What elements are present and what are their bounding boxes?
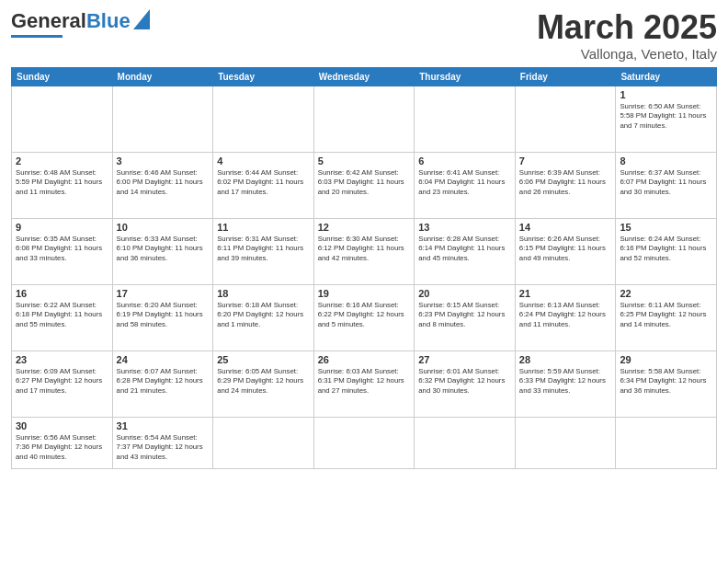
- table-cell: 2Sunrise: 6:48 AM Sunset: 5:59 PM Daylig…: [12, 152, 113, 218]
- table-cell: 20Sunrise: 6:15 AM Sunset: 6:23 PM Dayli…: [415, 284, 516, 350]
- table-cell: [415, 86, 516, 152]
- day-info: Sunrise: 6:31 AM Sunset: 6:11 PM Dayligh…: [217, 235, 310, 264]
- header: General Blue March 2025 Vallonga, Veneto…: [11, 9, 717, 62]
- table-cell: [515, 417, 616, 468]
- day-info: Sunrise: 6:42 AM Sunset: 6:03 PM Dayligh…: [318, 168, 411, 198]
- header-friday: Friday: [515, 67, 616, 86]
- table-cell: [515, 86, 616, 152]
- day-info: Sunrise: 6:26 AM Sunset: 6:15 PM Dayligh…: [519, 235, 612, 264]
- day-info: Sunrise: 6:41 AM Sunset: 6:04 PM Dayligh…: [418, 168, 511, 198]
- header-wednesday: Wednesday: [313, 67, 415, 86]
- table-cell: 21Sunrise: 6:13 AM Sunset: 6:24 PM Dayli…: [515, 284, 616, 350]
- day-info: Sunrise: 5:59 AM Sunset: 6:33 PM Dayligh…: [519, 367, 612, 396]
- month-title: March 2025: [537, 9, 717, 46]
- day-number: 5: [318, 155, 411, 167]
- table-cell: 19Sunrise: 6:16 AM Sunset: 6:22 PM Dayli…: [313, 284, 415, 350]
- day-number: 19: [318, 288, 411, 299]
- day-info: Sunrise: 6:44 AM Sunset: 6:02 PM Dayligh…: [217, 168, 310, 198]
- table-cell: [313, 417, 415, 468]
- table-cell: 9Sunrise: 6:35 AM Sunset: 6:08 PM Daylig…: [12, 218, 113, 284]
- day-info: Sunrise: 6:22 AM Sunset: 6:18 PM Dayligh…: [16, 301, 108, 330]
- day-info: Sunrise: 6:46 AM Sunset: 6:00 PM Dayligh…: [117, 168, 210, 198]
- day-number: 14: [519, 222, 612, 233]
- table-cell: 23Sunrise: 6:09 AM Sunset: 6:27 PM Dayli…: [12, 350, 113, 417]
- day-number: 27: [418, 354, 511, 365]
- header-sunday: Sunday: [12, 67, 113, 86]
- table-cell: 13Sunrise: 6:28 AM Sunset: 6:14 PM Dayli…: [415, 218, 516, 284]
- day-number: 13: [418, 222, 511, 233]
- table-cell: 3Sunrise: 6:46 AM Sunset: 6:00 PM Daylig…: [112, 152, 213, 218]
- header-monday: Monday: [112, 67, 213, 86]
- day-number: 10: [117, 222, 210, 233]
- day-number: 22: [620, 288, 712, 299]
- day-info: Sunrise: 5:58 AM Sunset: 6:34 PM Dayligh…: [620, 367, 712, 396]
- logo-underline: [11, 35, 63, 38]
- day-number: 12: [318, 222, 411, 233]
- day-info: Sunrise: 6:20 AM Sunset: 6:19 PM Dayligh…: [117, 301, 210, 330]
- day-info: Sunrise: 6:48 AM Sunset: 5:59 PM Dayligh…: [16, 168, 108, 198]
- table-cell: 26Sunrise: 6:03 AM Sunset: 6:31 PM Dayli…: [313, 350, 415, 417]
- location-title: Vallonga, Veneto, Italy: [537, 46, 717, 62]
- day-number: 3: [117, 155, 210, 167]
- day-info: Sunrise: 6:09 AM Sunset: 6:27 PM Dayligh…: [16, 367, 108, 396]
- day-info: Sunrise: 6:03 AM Sunset: 6:31 PM Dayligh…: [318, 367, 411, 396]
- day-info: Sunrise: 6:50 AM Sunset: 5:58 PM Dayligh…: [620, 102, 712, 132]
- table-cell: [415, 417, 516, 468]
- table-cell: 18Sunrise: 6:18 AM Sunset: 6:20 PM Dayli…: [213, 284, 314, 350]
- day-info: Sunrise: 6:07 AM Sunset: 6:28 PM Dayligh…: [117, 367, 210, 396]
- day-info: Sunrise: 6:01 AM Sunset: 6:32 PM Dayligh…: [418, 367, 511, 396]
- table-cell: 5Sunrise: 6:42 AM Sunset: 6:03 PM Daylig…: [313, 152, 415, 218]
- day-info: Sunrise: 6:37 AM Sunset: 6:07 PM Dayligh…: [620, 168, 712, 198]
- table-cell: 15Sunrise: 6:24 AM Sunset: 6:16 PM Dayli…: [616, 218, 717, 284]
- table-cell: 1Sunrise: 6:50 AM Sunset: 5:58 PM Daylig…: [616, 86, 717, 152]
- table-cell: [213, 86, 314, 152]
- day-info: Sunrise: 6:24 AM Sunset: 6:16 PM Dayligh…: [620, 235, 712, 264]
- day-info: Sunrise: 6:16 AM Sunset: 6:22 PM Dayligh…: [318, 301, 411, 330]
- day-number: 2: [16, 155, 108, 167]
- weekday-header-row: Sunday Monday Tuesday Wednesday Thursday…: [12, 67, 717, 86]
- day-number: 31: [117, 420, 210, 431]
- header-tuesday: Tuesday: [213, 67, 314, 86]
- logo-general: General: [11, 9, 86, 33]
- day-number: 23: [16, 354, 108, 365]
- calendar-table: Sunday Monday Tuesday Wednesday Thursday…: [11, 67, 717, 469]
- day-info: Sunrise: 6:05 AM Sunset: 6:29 PM Dayligh…: [217, 367, 310, 396]
- day-number: 24: [117, 354, 210, 365]
- table-cell: 16Sunrise: 6:22 AM Sunset: 6:18 PM Dayli…: [12, 284, 113, 350]
- table-cell: 4Sunrise: 6:44 AM Sunset: 6:02 PM Daylig…: [213, 152, 314, 218]
- day-info: Sunrise: 6:33 AM Sunset: 6:10 PM Dayligh…: [117, 235, 210, 264]
- title-area: March 2025 Vallonga, Veneto, Italy: [537, 9, 717, 62]
- day-info: Sunrise: 6:54 AM Sunset: 7:37 PM Dayligh…: [117, 433, 210, 463]
- day-number: 30: [16, 420, 108, 431]
- day-number: 6: [418, 155, 511, 167]
- day-info: Sunrise: 6:13 AM Sunset: 6:24 PM Dayligh…: [519, 301, 612, 330]
- day-number: 16: [16, 288, 108, 299]
- day-info: Sunrise: 6:11 AM Sunset: 6:25 PM Dayligh…: [620, 301, 712, 330]
- day-number: 29: [620, 354, 712, 365]
- table-cell: 22Sunrise: 6:11 AM Sunset: 6:25 PM Dayli…: [616, 284, 717, 350]
- day-info: Sunrise: 6:28 AM Sunset: 6:14 PM Dayligh…: [418, 235, 511, 264]
- day-number: 15: [620, 222, 712, 233]
- table-cell: [112, 86, 213, 152]
- day-number: 9: [16, 222, 108, 233]
- table-cell: 31Sunrise: 6:54 AM Sunset: 7:37 PM Dayli…: [112, 417, 213, 468]
- day-number: 8: [620, 155, 712, 167]
- table-cell: 10Sunrise: 6:33 AM Sunset: 6:10 PM Dayli…: [112, 218, 213, 284]
- table-cell: [12, 86, 113, 152]
- day-info: Sunrise: 6:15 AM Sunset: 6:23 PM Dayligh…: [418, 301, 511, 330]
- table-cell: [213, 417, 314, 468]
- day-number: 4: [217, 155, 310, 167]
- table-cell: 30Sunrise: 6:56 AM Sunset: 7:36 PM Dayli…: [12, 417, 113, 468]
- table-cell: 28Sunrise: 5:59 AM Sunset: 6:33 PM Dayli…: [515, 350, 616, 417]
- day-info: Sunrise: 6:30 AM Sunset: 6:12 PM Dayligh…: [318, 235, 411, 264]
- day-number: 25: [217, 354, 310, 365]
- page-container: General Blue March 2025 Vallonga, Veneto…: [0, 0, 728, 477]
- table-cell: 24Sunrise: 6:07 AM Sunset: 6:28 PM Dayli…: [112, 350, 213, 417]
- day-number: 7: [519, 155, 612, 167]
- day-number: 17: [117, 288, 210, 299]
- logo-area: General Blue: [11, 9, 150, 38]
- table-cell: 17Sunrise: 6:20 AM Sunset: 6:19 PM Dayli…: [112, 284, 213, 350]
- table-cell: [616, 417, 717, 468]
- table-cell: 6Sunrise: 6:41 AM Sunset: 6:04 PM Daylig…: [415, 152, 516, 218]
- table-cell: 29Sunrise: 5:58 AM Sunset: 6:34 PM Dayli…: [616, 350, 717, 417]
